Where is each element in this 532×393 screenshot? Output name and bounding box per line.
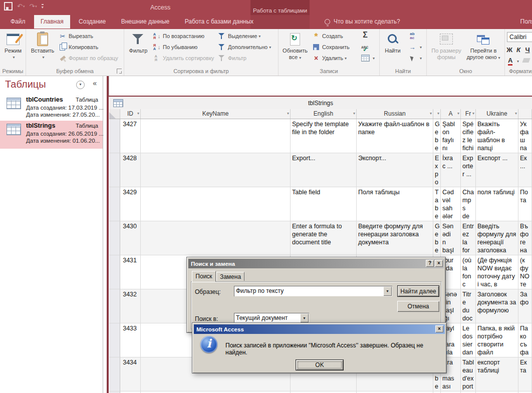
selection-button[interactable]: Выделение: [217, 31, 260, 41]
grid-cell-bg[interactable]: За фо: [518, 289, 532, 323]
tell-me-box[interactable]: Что вы хотите сделать?: [325, 18, 400, 25]
grid-cell-keyname[interactable]: [141, 187, 291, 221]
grid-cell-bg[interactable]: Ек ...: [518, 153, 532, 187]
filter-button[interactable]: Фильтр: [126, 29, 150, 54]
grid-cell-uk[interactable]: Заголовок документа за формулою: [476, 289, 518, 323]
column-header-russian[interactable]: Russian: [357, 109, 433, 119]
document-tab-bar[interactable]: tblStrings: [109, 97, 532, 109]
grid-cell-de[interactable]: G e b e n: [433, 119, 441, 153]
grid-cell-bg[interactable]: По та: [518, 187, 532, 221]
more-records-button[interactable]: [361, 53, 375, 63]
grid-cell-de[interactable]: Ta b el le: [433, 187, 441, 221]
search-in-combobox[interactable]: Текущий документ: [234, 313, 309, 323]
row-selector[interactable]: [109, 221, 120, 255]
save-record-button[interactable]: Сохранить: [312, 42, 350, 52]
sample-combobox[interactable]: Фильтр по тексту: [234, 286, 392, 296]
grid-cell-id[interactable]: 3429: [120, 187, 141, 221]
delete-record-button[interactable]: × Удалить: [312, 53, 347, 63]
column-header-keyname[interactable]: KeyName: [141, 109, 291, 119]
bold-button[interactable]: Ж: [506, 46, 513, 54]
column-header-az[interactable]: A: [441, 109, 461, 119]
close-icon[interactable]: ×: [435, 325, 443, 332]
grid-cell-fr[interactable]: (où la fonc tion: [461, 255, 476, 289]
grid-cell-id[interactable]: 3427: [120, 119, 141, 153]
tab-db-tools[interactable]: Работа с базами данных: [178, 15, 260, 29]
column-header-uk[interactable]: Ukraine: [476, 109, 518, 119]
grid-cell-id[interactable]: 3431: [120, 255, 141, 289]
grid-cell-bg[interactable]: Ук фа ш па: [518, 119, 532, 153]
grid-cell-uk[interactable]: Вкажіть файл-шаблон в папці: [476, 119, 518, 153]
switch-windows-button[interactable]: Перейти в другое окно: [465, 29, 502, 61]
advanced-filter-button[interactable]: Дополнительно: [217, 42, 271, 52]
grid-cell-fr[interactable]: Exp orte r ...: [461, 153, 476, 187]
select-button[interactable]: [408, 53, 422, 63]
save-icon[interactable]: [4, 2, 13, 11]
grid-cell-az[interactable]: İxra c ...: [441, 153, 461, 187]
sort-descending-button[interactable]: ЯА↓ По убыванию: [152, 42, 197, 52]
tab-home[interactable]: Главная: [34, 15, 70, 29]
row-selector[interactable]: [109, 255, 120, 289]
tab-file[interactable]: Файл: [4, 15, 32, 29]
grid-cell-de[interactable]: G e b e: [433, 221, 441, 255]
combo-dropdown-icon[interactable]: [300, 313, 309, 322]
refresh-all-button[interactable]: Обновить все: [281, 29, 310, 61]
goto-button[interactable]: →: [408, 42, 422, 52]
grid-cell-fr[interactable]: Tabl eau d'ex port: [461, 357, 476, 391]
grid-cell-keyname[interactable]: [141, 221, 291, 255]
undo-icon[interactable]: ↶: [17, 3, 25, 10]
column-header-sel[interactable]: [109, 109, 120, 119]
view-button[interactable]: Режим: [1, 29, 25, 61]
find-next-button[interactable]: Найти далее: [397, 285, 439, 297]
grid-cell-uk[interactable]: Експорт ...: [476, 153, 518, 187]
grid-cell-uk[interactable]: Папка, в якій потрібно створити файл: [476, 323, 518, 357]
paste-button[interactable]: Вставить: [29, 29, 56, 61]
row-selector[interactable]: [109, 153, 120, 187]
grid-cell-az[interactable]: Cəd vəl sah ələr: [441, 187, 461, 221]
grid-cell-keyname[interactable]: [141, 153, 291, 187]
grid-cell-english[interactable]: Enter a formula to generate the document…: [291, 221, 357, 255]
row-selector[interactable]: [109, 357, 120, 391]
grid-cell-bg[interactable]: (к фу NO те: [518, 255, 532, 289]
totals-button[interactable]: Σ: [361, 30, 371, 40]
grid-cell-bg[interactable]: Въ фо ге на: [518, 221, 532, 255]
tab-replace[interactable]: Замена: [216, 272, 244, 281]
column-header-id[interactable]: ID: [120, 109, 141, 119]
italic-button[interactable]: К: [515, 46, 522, 54]
grid-cell-russian[interactable]: Укажите файл-шаблон в папке: [357, 119, 433, 153]
row-selector[interactable]: [109, 323, 120, 357]
grid-cell-uk[interactable]: експорт таблиці: [476, 357, 518, 391]
tab-create[interactable]: Создание: [72, 15, 112, 29]
grid-cell-az[interactable]: Şabl on faylı nı pa: [441, 119, 461, 153]
grid-cell-bg[interactable]: Ек та: [518, 357, 532, 391]
grid-cell-bg[interactable]: Па ко съ фа: [518, 323, 532, 357]
font-name-combobox[interactable]: Calibri: [507, 32, 532, 42]
shutter-bar-close-icon[interactable]: [93, 79, 97, 87]
grid-cell-english[interactable]: Export...: [291, 153, 357, 187]
new-record-button[interactable]: * Создать: [312, 31, 343, 41]
redo-icon[interactable]: ↷: [29, 3, 37, 10]
grid-cell-uk[interactable]: поля таблиці: [476, 187, 518, 221]
underline-button[interactable]: Ч: [524, 46, 531, 54]
row-selector[interactable]: [109, 187, 120, 221]
grid-cell-de[interactable]: Ex p or ti: [433, 153, 441, 187]
grid-cell-russian[interactable]: Экспорт...: [357, 153, 433, 187]
grid-cell-english[interactable]: Specify the template file in the folder: [291, 119, 357, 153]
grid-cell-id[interactable]: 3432: [120, 289, 141, 323]
column-header-de[interactable]: [433, 109, 441, 119]
grid-cell-fr[interactable]: Entr ez la for: [461, 221, 476, 255]
tab-external-data[interactable]: Внешние данные: [115, 15, 176, 29]
ok-button[interactable]: OK: [296, 359, 344, 370]
grid-cell-russian[interactable]: Введите формулу для генерации заголовка …: [357, 221, 433, 255]
tab-fields[interactable]: Поля: [514, 15, 532, 29]
tab-find[interactable]: Поиск: [192, 271, 216, 282]
nav-item-tblstrings[interactable]: tblStrings Таблица Дата создания: 26.05.…: [0, 121, 103, 149]
grid-cell-id[interactable]: 3428: [120, 153, 141, 187]
column-header-bg[interactable]: [518, 109, 532, 119]
help-button[interactable]: ?: [426, 260, 434, 267]
column-header-fr[interactable]: Fr: [461, 109, 476, 119]
pane-divider[interactable]: [107, 76, 109, 393]
nav-pane-title[interactable]: Таблицы: [5, 79, 46, 90]
grid-cell-id[interactable]: 3433: [120, 323, 141, 357]
grid-cell-az[interactable]: Sən ədi n başl: [441, 221, 461, 255]
find-dialog-titlebar[interactable]: Поиск и замена: [188, 259, 444, 268]
